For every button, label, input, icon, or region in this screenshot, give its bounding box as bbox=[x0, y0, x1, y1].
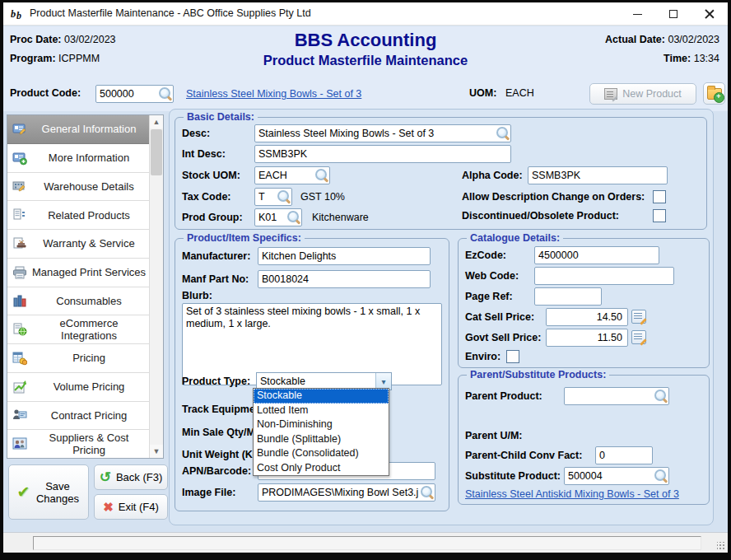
desc-label: Desc: bbox=[182, 124, 210, 142]
window-title: Product Masterfile Maintenance - ABC Off… bbox=[30, 7, 311, 19]
header-band: Proc Date: 03/02/2023 Program: ICPPMM BB… bbox=[3, 26, 728, 77]
prod-group-search-icon[interactable] bbox=[286, 210, 300, 224]
sidebar-item-managed-print-services[interactable]: Managed Print Services bbox=[7, 259, 149, 287]
enviro-checkbox[interactable] bbox=[506, 350, 519, 363]
product-type-dropdown-list: Stockable Lotted Item Non-Diminishing Bu… bbox=[253, 388, 389, 476]
svg-text:b: b bbox=[16, 10, 21, 21]
maximize-button[interactable] bbox=[655, 2, 691, 26]
alpha-code-input[interactable] bbox=[528, 166, 668, 184]
alpha-code-label: Alpha Code: bbox=[462, 166, 523, 184]
cat-sell-price-label: Cat Sell Price: bbox=[465, 308, 534, 326]
add-folder-button[interactable] bbox=[703, 82, 725, 105]
basic-details-group: Basic Details: Desc: Int Desc: Stock UOM… bbox=[175, 117, 707, 230]
resize-grip[interactable] bbox=[717, 542, 725, 550]
actual-date-label: Actual Date: bbox=[605, 34, 665, 45]
exit-x-icon bbox=[103, 500, 114, 515]
substitute-product-search-icon[interactable] bbox=[654, 469, 668, 483]
sidebar-item-ecommerce-integrations[interactable]: eCommerce Integrations bbox=[7, 315, 149, 344]
stock-uom-search-icon[interactable] bbox=[314, 168, 328, 182]
product-code-bar: Product Code: Stainless Steel Mixing Bow… bbox=[3, 77, 728, 111]
discontinued-checkbox[interactable] bbox=[653, 209, 666, 222]
save-changes-button[interactable]: Save Changes bbox=[8, 464, 89, 520]
product-description-link[interactable]: Stainless Steel Mixing Bowls - Set of 3 bbox=[186, 88, 361, 100]
discontinued-label: Discontinued/Obsolete Product: bbox=[462, 207, 619, 225]
close-icon bbox=[705, 9, 715, 19]
dropdown-option-cost-only[interactable]: Cost Only Product bbox=[254, 461, 389, 476]
chevron-down-icon[interactable]: ▾ bbox=[375, 373, 391, 390]
conv-fact-label: Parent-Child Conv Fact: bbox=[465, 446, 582, 464]
govt-sell-price-input[interactable] bbox=[546, 329, 628, 347]
desc-input[interactable] bbox=[254, 124, 511, 142]
sidebar-item-consumables[interactable]: Consumables bbox=[7, 287, 149, 316]
app-window: b b s Product Masterfile Maintenance - A… bbox=[0, 0, 731, 560]
new-product-button[interactable]: New Product bbox=[589, 83, 696, 105]
catalogue-group: Catalogue Details: EzCode: Web Code: Pag… bbox=[458, 238, 710, 368]
manufacturer-input[interactable] bbox=[258, 247, 431, 265]
suppliers-icon bbox=[12, 436, 27, 451]
dropdown-option-bundle-splittable[interactable]: Bundle (Splittable) bbox=[254, 432, 389, 447]
title-bar: b b s Product Masterfile Maintenance - A… bbox=[3, 2, 728, 26]
parent-um-label: Parent U/M: bbox=[465, 427, 522, 445]
manufacturer-label: Manufacturer: bbox=[182, 247, 250, 265]
tax-code-desc: GST 10% bbox=[300, 188, 345, 206]
page-ref-input[interactable] bbox=[534, 287, 602, 306]
image-file-label: Image File: bbox=[182, 483, 235, 502]
blurb-label: Blurb: bbox=[182, 287, 212, 305]
stock-uom-label: Stock UOM: bbox=[182, 166, 240, 184]
sidebar-item-warranty-service[interactable]: Warranty & Service bbox=[7, 230, 149, 259]
parent-product-search-icon[interactable] bbox=[654, 389, 668, 403]
back-button[interactable]: Back (F3) bbox=[94, 464, 168, 490]
dropdown-option-non-diminishing[interactable]: Non-Diminishing bbox=[254, 418, 389, 432]
int-desc-input[interactable] bbox=[254, 145, 511, 163]
allow-desc-change-checkbox[interactable] bbox=[653, 190, 666, 203]
substitute-product-label: Substitute Product: bbox=[465, 467, 561, 485]
product-type-label: Product Type: bbox=[182, 372, 250, 390]
manf-part-input[interactable] bbox=[258, 270, 431, 288]
folder-add-icon bbox=[707, 88, 722, 100]
cat-sell-price-input[interactable] bbox=[546, 308, 628, 326]
page-ref-label: Page Ref: bbox=[465, 287, 513, 306]
ezcode-input[interactable] bbox=[534, 246, 659, 264]
scroll-down-icon[interactable]: ▼ bbox=[150, 445, 163, 458]
image-file-input[interactable] bbox=[258, 483, 435, 502]
manf-part-label: Manf Part No: bbox=[182, 270, 249, 288]
product-code-search-icon[interactable] bbox=[158, 86, 172, 100]
substitute-product-link[interactable]: Stainless Steel Antiskid Mixing Bowls - … bbox=[465, 488, 679, 500]
dropdown-option-lotted-item[interactable]: Lotted Item bbox=[254, 404, 389, 418]
desc-search-icon[interactable] bbox=[496, 126, 510, 140]
close-button[interactable] bbox=[691, 2, 728, 26]
exit-button[interactable]: Exit (F4) bbox=[94, 494, 168, 520]
web-code-input[interactable] bbox=[534, 267, 674, 285]
dropdown-option-bundle-consolidated[interactable]: Bundle (Consolidated) bbox=[254, 446, 389, 461]
dropdown-option-stockable[interactable]: Stockable bbox=[254, 389, 389, 404]
int-desc-label: Int Desc: bbox=[182, 145, 226, 163]
ezcode-label: EzCode: bbox=[465, 246, 506, 264]
back-arrow-icon bbox=[100, 469, 111, 486]
managed-print-icon bbox=[12, 265, 27, 280]
warranty-service-icon bbox=[12, 236, 27, 251]
sidebar-item-suppliers-cost-pricing[interactable]: Suppliers & Cost Pricing bbox=[7, 430, 149, 458]
image-file-search-icon[interactable] bbox=[420, 485, 434, 499]
cat-price-edit-icon[interactable] bbox=[631, 310, 646, 324]
uom-value: EACH bbox=[505, 87, 534, 99]
sidebar-item-related-products[interactable]: Related Products bbox=[7, 201, 149, 230]
sidebar-item-volume-pricing[interactable]: Volume Pricing bbox=[7, 373, 149, 402]
minimize-button[interactable] bbox=[619, 2, 655, 26]
conv-fact-input[interactable] bbox=[595, 446, 653, 464]
status-bar bbox=[3, 532, 728, 553]
maximize-icon bbox=[669, 10, 677, 18]
sidebar-item-pricing[interactable]: Pricing bbox=[7, 344, 149, 373]
sidebar-item-general-information[interactable]: General Information bbox=[7, 115, 149, 144]
scrollbar-thumb[interactable] bbox=[151, 129, 162, 175]
sidebar-item-contract-pricing[interactable]: Contract Pricing bbox=[7, 402, 149, 431]
scroll-up-icon[interactable]: ▲ bbox=[150, 115, 163, 128]
parent-substitute-group: Parent/Substitute Products: Parent Produ… bbox=[458, 375, 710, 505]
sidebar-item-more-information[interactable]: More Information bbox=[7, 144, 149, 173]
apn-label: APN/Barcode: bbox=[182, 462, 251, 480]
sidebar-scrollbar[interactable]: ▲ ▼ bbox=[149, 115, 163, 458]
tax-code-search-icon[interactable] bbox=[277, 189, 291, 203]
sidebar-item-warehouse-details[interactable]: Warehouse Details bbox=[7, 173, 149, 202]
govt-price-edit-icon[interactable] bbox=[631, 330, 646, 344]
related-products-icon bbox=[12, 208, 27, 222]
tax-code-label: Tax Code: bbox=[182, 188, 231, 206]
